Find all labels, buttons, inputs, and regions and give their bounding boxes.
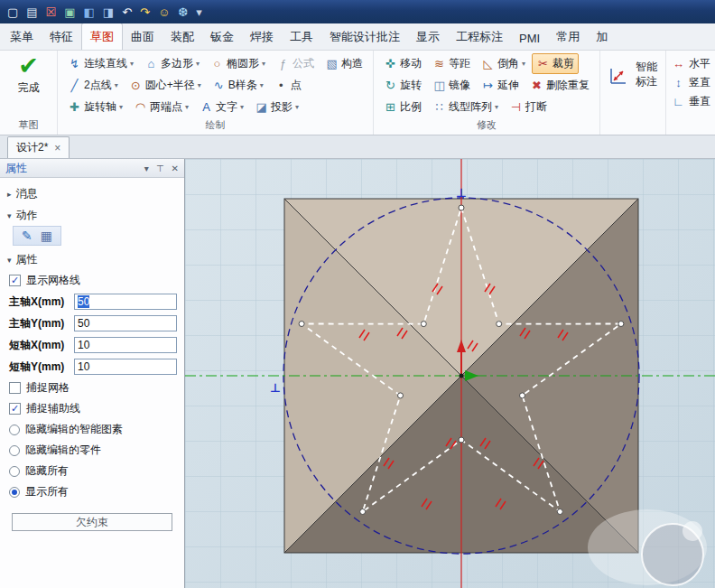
menu-tab-engineering-annotation[interactable]: 工程标注 (448, 23, 511, 50)
mirror-button[interactable]: ◫镜像 (428, 75, 475, 96)
tab-close-icon[interactable]: × (54, 142, 60, 154)
document-tab-design2[interactable]: 设计2* × (7, 136, 70, 158)
chevron-down-icon[interactable]: ▾ (196, 60, 200, 68)
vertical-constraint-button[interactable]: ↕竖直 (672, 75, 710, 90)
ellipse-button[interactable]: ○椭圆形▾ (206, 53, 270, 74)
vertex-node[interactable] (459, 205, 464, 210)
hide-edited-smart-elements-radio[interactable]: 隐藏编辑的智能图素 (0, 419, 184, 440)
menu-tab-feature[interactable]: 特征 (42, 23, 81, 50)
chevron-down-icon[interactable]: ▾ (130, 60, 134, 68)
menu-tab-sheet-metal[interactable]: 钣金 (202, 23, 242, 50)
smart-dimension-button[interactable]: 智能标注 (606, 53, 660, 96)
menu-tab-tools[interactable]: 工具 (282, 23, 321, 50)
chevron-down-icon[interactable]: ▾ (295, 103, 299, 111)
close-file-icon[interactable]: ☒ (46, 6, 57, 18)
snap-grid-checkbox[interactable]: 捕捉网格 (0, 378, 184, 398)
major-axis-y-input[interactable]: 50 (74, 315, 177, 331)
chevron-down-icon[interactable]: ▾ (185, 103, 189, 111)
panel-pin-icon[interactable]: ⊤ (156, 163, 164, 173)
chamfer-button[interactable]: ◺倒角▾ (477, 53, 530, 74)
offset-button[interactable]: ≋等距 (428, 53, 475, 74)
section-message[interactable]: ▸消息 (0, 182, 184, 204)
menu-tab-sketch[interactable]: 草图 (81, 23, 123, 50)
polygon-button[interactable]: ⌂多边形▾ (140, 53, 204, 74)
finish-sketch-button[interactable]: ✔ 完成 (18, 53, 40, 96)
menu-tab-weld[interactable]: 焊接 (242, 23, 282, 50)
new-file-icon[interactable]: ▢ (7, 6, 18, 18)
snap-grid-label: 捕捉网格 (26, 380, 70, 396)
move-button[interactable]: ✜移动 (379, 53, 426, 74)
vertex-node[interactable] (360, 509, 366, 515)
save-copy-icon[interactable]: ◨ (103, 6, 114, 18)
show-grid-lines-checkbox[interactable]: ✓显示网格线 (0, 270, 184, 291)
origin-point[interactable] (460, 374, 464, 378)
rotate-button[interactable]: ↻旋转 (379, 75, 426, 96)
two-point-line-button[interactable]: ╱2点线▾ (63, 75, 123, 96)
horizontal-constraint-button[interactable]: ↔水平 (672, 56, 710, 71)
menu-tab-smart-design-annotation[interactable]: 智能设计批注 (321, 23, 408, 50)
linear-pattern-button[interactable]: ∷线型阵列▾ (428, 97, 503, 117)
chevron-down-icon[interactable]: ▾ (198, 81, 201, 89)
chevron-down-icon[interactable]: ▾ (495, 103, 498, 111)
sketch-canvas[interactable]: ⊥⊥ (185, 159, 715, 588)
vertex-node[interactable] (398, 393, 404, 398)
edit-sketch-icon[interactable]: ✎ (22, 229, 32, 242)
vertex-node[interactable] (557, 509, 562, 515)
panel-close-icon[interactable]: ✕ (172, 163, 179, 173)
b-spline-button[interactable]: ∿B样条▾ (208, 75, 268, 96)
extend-button[interactable]: ↦延伸 (477, 75, 524, 96)
scale-button[interactable]: ⊞比例 (379, 97, 426, 117)
vertex-node[interactable] (459, 437, 464, 443)
save-icon[interactable]: ◧ (84, 6, 95, 18)
panel-dropdown-icon[interactable]: ▾ (144, 163, 149, 173)
hide-all-radio[interactable]: 隐藏所有 (0, 461, 184, 481)
center-radius-circle-button[interactable]: ⊙圆心+半径▾ (125, 75, 206, 96)
menu-tab-machining[interactable]: 加 (588, 23, 616, 50)
open-file-icon[interactable]: ▤ (26, 6, 37, 18)
vertex-node[interactable] (618, 322, 624, 327)
hide-edited-parts-radio[interactable]: 隐藏编辑的零件 (0, 440, 184, 461)
major-axis-x-input[interactable]: 50 (74, 294, 177, 310)
redo-icon[interactable]: ↷ (140, 6, 150, 18)
undo-icon[interactable]: ↶ (122, 6, 132, 18)
chevron-down-icon[interactable]: ▾ (119, 103, 123, 111)
snap-guides-checkbox[interactable]: ✓捕捉辅助线 (0, 398, 184, 419)
minor-axis-x-input[interactable]: 10 (74, 337, 177, 353)
render-icon[interactable]: ☺ (158, 6, 170, 18)
effects-icon[interactable]: ❆ (178, 6, 188, 18)
trim-button[interactable]: ✂裁剪 (532, 53, 579, 74)
vertex-node[interactable] (421, 322, 426, 327)
two-endpoints-button[interactable]: ◠两端点▾ (129, 97, 193, 117)
vertex-node[interactable] (497, 322, 502, 327)
text-button[interactable]: A文字▾ (195, 97, 248, 117)
sketch-table-icon[interactable]: ▦ (41, 229, 52, 242)
show-all-radio[interactable]: 显示所有 (0, 481, 184, 502)
delete-duplicates-button[interactable]: ✖删除重复 (525, 75, 594, 96)
vertex-node[interactable] (520, 393, 525, 398)
chevron-down-icon[interactable]: ▾ (522, 60, 525, 68)
menu-tab-assembly[interactable]: 装配 (162, 23, 202, 50)
menu-tab-pmi[interactable]: PMI (511, 26, 548, 50)
vertex-node[interactable] (299, 322, 304, 327)
more-icon[interactable]: ▾ (196, 6, 202, 18)
section-properties[interactable]: ▾属性 (0, 248, 184, 270)
section-action[interactable]: ▾动作 (0, 204, 184, 226)
chevron-down-icon[interactable]: ▾ (260, 81, 264, 89)
export-icon[interactable]: ▣ (64, 6, 75, 18)
chevron-down-icon[interactable]: ▾ (262, 60, 265, 68)
under-constrained-button[interactable]: 欠约束 (12, 513, 172, 531)
menu-tab-menu[interactable]: 菜单 (2, 23, 42, 50)
project-button[interactable]: ◪投影▾ (250, 97, 303, 117)
perpendicular-constraint-button[interactable]: ∟垂直 (672, 94, 710, 109)
menu-tab-surface[interactable]: 曲面 (123, 23, 162, 50)
break-button[interactable]: ⊣打断 (505, 97, 552, 117)
menu-tab-common[interactable]: 常用 (548, 23, 588, 50)
menu-tab-display[interactable]: 显示 (408, 23, 448, 50)
minor-axis-y-input[interactable]: 10 (74, 359, 177, 375)
point-button[interactable]: •点 (270, 75, 306, 96)
construction-button[interactable]: ▧构造 (320, 53, 367, 74)
polyline-button[interactable]: ↯连续直线▾ (63, 53, 138, 74)
chevron-down-icon[interactable]: ▾ (115, 81, 118, 89)
chevron-down-icon[interactable]: ▾ (240, 103, 244, 111)
rotation-axis-button[interactable]: ✚旋转轴▾ (63, 97, 127, 117)
